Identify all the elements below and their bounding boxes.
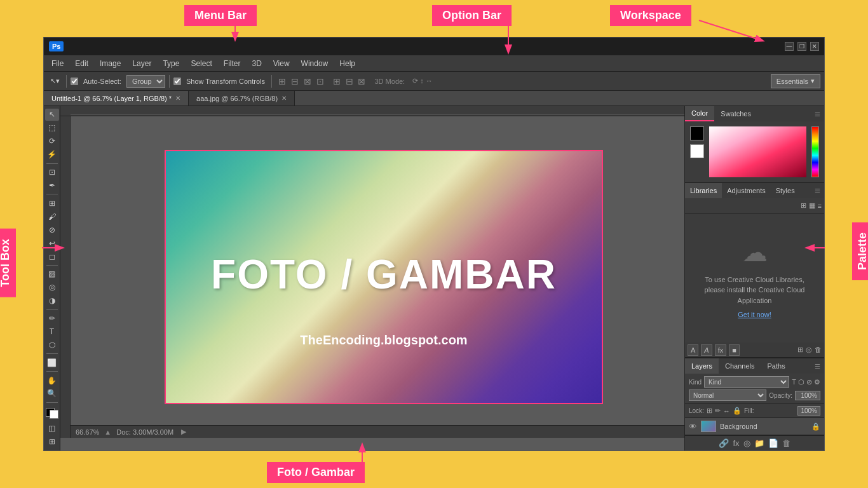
tab-libraries[interactable]: Libraries — [685, 183, 722, 198]
canvas-scroll[interactable]: FOTO / GAMBAR TheEncoding.blogspot.com 6… — [71, 116, 684, 438]
delete-layer-btn[interactable]: 🗑 — [782, 438, 790, 448]
tool-hand[interactable]: ✋ — [45, 374, 59, 386]
fx-icon-3[interactable]: 🗑 — [815, 346, 822, 354]
add-style-btn[interactable]: fx — [733, 438, 739, 448]
fx-a-btn[interactable]: A — [688, 344, 698, 356]
menu-help[interactable]: Help — [334, 58, 360, 69]
lib-get-link[interactable]: Get it now! — [738, 311, 771, 318]
lock-art-btn[interactable]: ✏ — [715, 407, 721, 415]
tool-shape[interactable]: ⬜ — [45, 356, 59, 369]
tool-pen[interactable]: ✏ — [45, 313, 59, 325]
tool-history[interactable]: ↩ — [45, 237, 59, 249]
lib-grid-icon[interactable]: ▦ — [809, 201, 815, 210]
fg-color-swatch[interactable] — [690, 126, 704, 140]
tab-styles[interactable]: Styles — [771, 183, 800, 198]
tool-path-select[interactable]: ⬡ — [45, 339, 59, 351]
tool-brush[interactable]: 🖌 — [45, 210, 59, 222]
tool-wand[interactable]: ⚡ — [45, 149, 59, 161]
tab-color[interactable]: Color — [685, 106, 714, 121]
menu-view[interactable]: View — [268, 58, 295, 69]
color-swatch-box — [46, 408, 58, 419]
tool-screen-mode[interactable]: ⊞ — [45, 436, 59, 448]
tab-untitled[interactable]: Untitled-1 @ 66.7% (Layer 1, RGB/8) * ✕ — [44, 91, 189, 105]
titlebar: Ps — ❐ ✕ — [44, 37, 824, 55]
toolbox: ↖ ⬚ ⟳ ⚡ ⊡ ✒ ⊞ 🖌 ⊘ ↩ ◻ ▨ ◎ ◑ ✏ T ⬡ ⬜ ✋ 🔍 — [44, 106, 60, 451]
fill-value: 100% — [797, 406, 820, 416]
lock-pos-btn[interactable]: ⊞ — [707, 407, 712, 415]
tab-swatches[interactable]: Swatches — [714, 106, 757, 121]
minimize-button[interactable]: — — [785, 42, 794, 51]
workspace-selector[interactable]: Essentials ▾ — [771, 74, 820, 88]
bg-color-swatch[interactable] — [690, 144, 704, 158]
new-group-btn[interactable]: 📁 — [754, 438, 764, 448]
auto-select-checkbox[interactable] — [71, 78, 78, 85]
menu-select[interactable]: Select — [186, 58, 217, 69]
tool-selection[interactable]: ⬚ — [45, 122, 59, 134]
kind-label: Kind — [689, 379, 702, 386]
menu-filter[interactable]: Filter — [219, 58, 246, 69]
menu-3d[interactable]: 3D — [247, 58, 266, 69]
tool-move[interactable]: ↖ — [45, 109, 59, 121]
tool-text[interactable]: T — [45, 326, 59, 338]
tool-mask-mode[interactable]: ◫ — [45, 423, 59, 435]
menu-image[interactable]: Image — [95, 58, 126, 69]
link-layers-btn[interactable]: 🔗 — [719, 438, 729, 448]
canvas-image: FOTO / GAMBAR TheEncoding.blogspot.com — [165, 150, 603, 404]
fx-fx-btn[interactable]: fx — [715, 344, 727, 356]
tool-heal[interactable]: ⊞ — [45, 197, 59, 209]
fx-rect-btn[interactable]: ■ — [729, 344, 740, 356]
tool-dodge[interactable]: ◑ — [45, 295, 59, 307]
tool-eraser[interactable]: ◻ — [45, 250, 59, 262]
layer-visibility-icon[interactable]: 👁 — [689, 422, 697, 431]
close-button[interactable]: ✕ — [810, 42, 819, 51]
maximize-button[interactable]: ❐ — [797, 42, 806, 51]
menu-layer[interactable]: Layer — [127, 58, 156, 69]
forward-btn[interactable]: ▶ — [181, 428, 186, 436]
tool-lasso[interactable]: ⟳ — [45, 135, 59, 147]
tool-eyedropper[interactable]: ✒ — [45, 180, 59, 192]
auto-select-dropdown[interactable]: Group Layer — [126, 75, 165, 88]
tab-channels[interactable]: Channels — [719, 358, 761, 374]
tab-adjustments[interactable]: Adjustments — [722, 183, 771, 198]
show-transform-checkbox[interactable] — [173, 78, 181, 85]
tab-layers[interactable]: Layers — [685, 358, 719, 374]
menu-edit[interactable]: Edit — [70, 58, 93, 69]
color-panel-tabs: Color Swatches ☰ — [685, 106, 824, 121]
layer-background[interactable]: 👁 Background 🔒 — [685, 418, 824, 435]
add-mask-btn[interactable]: ◎ — [743, 438, 750, 448]
layers-menu-icon[interactable]: ☰ — [811, 363, 824, 370]
tool-clone[interactable]: ⊘ — [45, 224, 59, 236]
lib-menu-icon[interactable]: ☰ — [811, 187, 824, 194]
color-spectrum[interactable] — [709, 126, 806, 177]
canvas-area: FOTO / GAMBAR TheEncoding.blogspot.com 6… — [60, 106, 684, 451]
tool-zoom[interactable]: 🔍 — [45, 388, 59, 400]
separator-2 — [169, 75, 170, 88]
tab-aaa-close[interactable]: ✕ — [281, 95, 287, 102]
lock-move-btn[interactable]: ↔ — [723, 407, 730, 415]
kind-dropdown[interactable]: Kind — [704, 376, 789, 388]
tool-blur[interactable]: ◎ — [45, 281, 59, 294]
tool-sep-4 — [46, 309, 58, 310]
lock-all-btn[interactable]: 🔒 — [733, 407, 742, 415]
tab-paths[interactable]: Paths — [761, 358, 792, 374]
canvas-with-ruler: FOTO / GAMBAR TheEncoding.blogspot.com 6… — [60, 116, 684, 438]
menu-file[interactable]: File — [46, 58, 69, 69]
tab-untitled-close[interactable]: ✕ — [175, 95, 180, 102]
fx-a-italic-btn[interactable]: A — [701, 344, 712, 356]
panel-menu-icon[interactable]: ☰ — [811, 111, 824, 118]
lib-list-icon[interactable]: ≡ — [818, 202, 822, 210]
layers-lock-row: Lock: ⊞ ✏ ↔ 🔒 Fill: 100% — [685, 404, 824, 418]
hue-slider[interactable] — [811, 126, 819, 177]
fx-icon-2[interactable]: ◎ — [806, 346, 812, 354]
menu-type[interactable]: Type — [158, 58, 184, 69]
fx-icon-1[interactable]: ⊞ — [797, 346, 803, 354]
tool-crop[interactable]: ⊡ — [45, 166, 59, 179]
menu-window[interactable]: Window — [296, 58, 334, 69]
auto-select-label: Auto-Select: — [81, 76, 124, 86]
blend-mode-dropdown[interactable]: Normal — [689, 390, 766, 401]
tab-aaa[interactable]: aaa.jpg @ 66.7% (RGB/8) ✕ — [189, 91, 295, 105]
lib-search-icon[interactable]: ⊞ — [801, 201, 806, 210]
background-color[interactable] — [50, 410, 58, 419]
tool-gradient[interactable]: ▨ — [45, 268, 59, 280]
new-layer-btn[interactable]: 📄 — [768, 438, 778, 448]
